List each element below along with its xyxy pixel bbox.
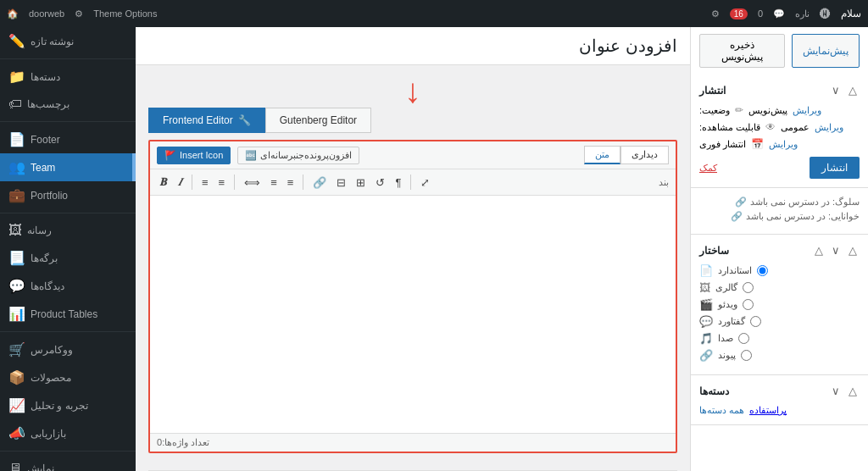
format-link-radio[interactable] — [741, 350, 752, 361]
font-provider-icon: 🔤 — [245, 150, 257, 161]
cat-nav-icons: △ ∨ — [829, 384, 860, 398]
admin-bar-right: سلام 🅦 ناره 💬 0 16 ⚙ — [711, 8, 861, 20]
publish-button[interactable]: انتشار — [810, 157, 860, 179]
sidebar-item-new-post[interactable]: نوشته تازه ✏️ — [0, 27, 136, 55]
expand-btn[interactable]: ⤢ — [417, 175, 433, 191]
sidebar-item-footer[interactable]: Footer 📄 — [0, 125, 136, 153]
format-gallery[interactable]: گالری 🖼 — [699, 281, 860, 294]
format-quote[interactable]: گفتاورد 💬 — [699, 315, 860, 328]
sidebar-item-pages[interactable]: برگه‌ها 📃 — [0, 244, 136, 272]
sidebar-item-appearance[interactable]: نمایش 🖥 — [0, 455, 136, 471]
sidebar-item-portfolio[interactable]: Portfolio 💼 — [0, 181, 136, 209]
visual-tab[interactable]: دیداری — [620, 146, 669, 164]
status-section: سلوگ: در دسترس نمی باشد 🔗 خوانایی: در دس… — [691, 188, 868, 235]
align-center-btn[interactable]: ≡ — [267, 175, 281, 191]
paragraph-btn[interactable]: ¶ — [392, 175, 404, 191]
sidebar-item-analytics[interactable]: تجربه و تحلیل 📈 — [0, 391, 136, 419]
publish-label: انتشار فوری — [699, 139, 746, 150]
marketing-label: بازاریابی — [31, 428, 66, 440]
format-up-icon[interactable]: △ — [846, 243, 860, 258]
delete-link[interactable]: کمک — [699, 163, 717, 174]
permalink-status: خوانایی: در دسترس نمی باشد 🔗 — [699, 211, 860, 222]
link-btn[interactable]: 🔗 — [309, 175, 330, 191]
publish-up-icon[interactable]: △ — [846, 83, 860, 97]
top-buttons: پیش‌نمایش ذخیره پیش‌نویس — [691, 27, 868, 75]
sidebar-item-team[interactable]: Team 👥 — [0, 153, 136, 181]
settings-icon[interactable]: ⚙ — [711, 8, 720, 19]
products-label: محصولات — [31, 372, 71, 384]
site-link[interactable]: doorweb — [29, 8, 64, 19]
categories-section-header: △ ∨ دسته‌ها — [699, 384, 860, 398]
format-standard[interactable]: استاندارد 📄 — [699, 264, 860, 277]
font-provider-label: افزون‌پرونده‌جنبرسانه‌ای — [260, 150, 352, 161]
italic-btn[interactable]: 𝑰 — [175, 174, 186, 191]
format-gallery-radio[interactable] — [743, 282, 754, 293]
theme-options-link[interactable]: Theme Options — [93, 8, 157, 19]
format-video[interactable]: ویدئو 🎬 — [699, 298, 860, 311]
publish-time-row: ویرایش 📅 انتشار فوری — [699, 138, 860, 150]
bold-btn[interactable]: 𝑩 — [157, 174, 171, 191]
format-quote-radio[interactable] — [750, 316, 761, 327]
preview-button[interactable]: پیش‌نمایش — [792, 34, 860, 68]
save-draft-button[interactable]: ذخیره پیش‌نویس — [699, 34, 785, 68]
sidebar-item-tags[interactable]: برچسب‌ها 🏷 — [0, 91, 136, 118]
status-label: وضعیت: — [699, 105, 730, 116]
publish-toggle-icon[interactable]: ∨ — [829, 83, 843, 97]
format-audio[interactable]: صدا 🎵 — [699, 332, 860, 345]
editor-body[interactable] — [150, 196, 676, 433]
sidebar-divider-2 — [0, 121, 136, 122]
sidebar-item-media[interactable]: رسانه 🖼 — [0, 217, 136, 244]
settings-icon-right[interactable]: ⚙ — [75, 8, 83, 19]
permalink-icon: 🔗 — [731, 211, 743, 222]
format-link[interactable]: پیوند 🔗 — [699, 349, 860, 362]
wp-icon[interactable]: 🅦 — [820, 8, 831, 20]
list-unordered-btn[interactable]: ≡ — [198, 175, 212, 191]
gutenberg-tab[interactable]: Gutenberg Editor — [265, 108, 371, 133]
visibility-edit-link[interactable]: ویرایش — [815, 122, 843, 133]
format-audio-radio[interactable] — [738, 333, 749, 344]
list-ordered-btn[interactable]: ≡ — [215, 175, 229, 191]
cat-up-icon[interactable]: △ — [846, 384, 860, 398]
font-provider-btn[interactable]: افزون‌پرونده‌جنبرسانه‌ای 🔤 — [237, 147, 359, 164]
frontend-tab[interactable]: 🔧 Frontend Editor — [148, 108, 265, 133]
new-post-link[interactable]: ناره — [795, 8, 810, 19]
word-count-bar: تعداد واژه‌ها: 0 — [150, 433, 676, 452]
visibility-row: ویرایش عمومی 👁 قابلیت مشاهده: — [699, 121, 860, 133]
table2-btn[interactable]: ⊟ — [333, 175, 349, 191]
format-section: △ ∨ △ ساختار استاندارد 📄 گالری 🖼 ویدئو 🎬 — [691, 235, 868, 375]
align-left-btn[interactable]: ≡ — [284, 175, 298, 191]
tags-label: برچسب‌ها — [27, 98, 70, 110]
insert-icon-btn[interactable]: Insert Icon 🚩 — [157, 147, 231, 164]
format-quote-label: گفتاورد — [718, 316, 745, 327]
sidebar-item-marketing[interactable]: بازاریابی 📣 — [0, 419, 136, 447]
site-name[interactable]: سلام — [841, 8, 861, 19]
home-icon[interactable]: 🏠 — [7, 8, 19, 19]
table-btn[interactable]: ⊞ — [353, 175, 369, 191]
visibility-label: قابلیت مشاهده: — [699, 122, 760, 133]
publish-edit-link[interactable]: ویرایش — [769, 139, 798, 150]
format-toggle-icon[interactable]: △ — [812, 243, 826, 258]
post-title[interactable]: افزودن عنوان — [579, 36, 677, 55]
undo-btn[interactable]: ↺ — [372, 175, 388, 191]
quick-link[interactable]: پراستفاده — [749, 405, 787, 416]
sidebar-item-comments[interactable]: دیدگاه‌ها 💬 — [0, 272, 136, 300]
format-standard-radio[interactable] — [757, 265, 768, 276]
sidebar-item-product-tables[interactable]: Product Tables 📊 — [0, 300, 136, 328]
sidebar-item-products[interactable]: محصولات 📦 — [0, 363, 136, 391]
sidebar-item-categories[interactable]: دسته‌ها 📁 — [0, 63, 136, 91]
text-tab[interactable]: متن — [584, 146, 620, 164]
visibility-value: عمومی — [781, 122, 810, 133]
team-icon: 👥 — [8, 159, 25, 175]
toolbar-sep-1 — [410, 175, 411, 190]
sidebar-divider — [0, 58, 136, 59]
format-video-radio[interactable] — [743, 299, 754, 310]
status-edit-link[interactable]: ویرایش — [793, 105, 821, 116]
frontend-tab-icon: 🔧 — [238, 114, 251, 126]
sidebar-item-woocommerce[interactable]: ووکامرس 🛒 — [0, 335, 136, 363]
toolbar-sep-3 — [234, 175, 235, 190]
format-down-icon[interactable]: ∨ — [829, 243, 843, 258]
justify-btn[interactable]: ⟺ — [241, 175, 264, 191]
format-quote-icon: 💬 — [699, 315, 713, 328]
notif-badge[interactable]: 16 — [730, 8, 748, 19]
cat-down-icon[interactable]: ∨ — [829, 384, 843, 398]
